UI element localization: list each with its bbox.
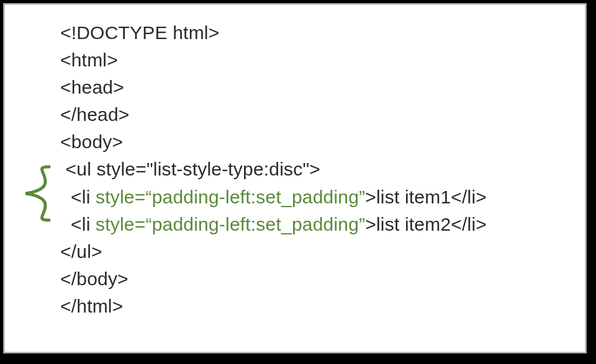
code-text: <li	[60, 214, 96, 234]
code-line: <head>	[60, 74, 567, 101]
code-text: <li	[60, 187, 96, 207]
code-line: <ul style="list-style-type:disc">	[60, 156, 567, 183]
highlighted-attr: style=“padding-left:set_padding”	[96, 187, 365, 207]
code-line: <li style=“padding-left:set_padding”>lis…	[60, 184, 567, 211]
code-line: <html>	[60, 47, 567, 74]
code-block: <!DOCTYPE html> <html> <head> </head> <b…	[4, 4, 585, 332]
code-line: </html>	[60, 293, 567, 320]
code-line: <li style=“padding-left:set_padding”>lis…	[60, 211, 567, 238]
code-panel: <!DOCTYPE html> <html> <head> </head> <b…	[3, 3, 587, 353]
code-line: <!DOCTYPE html>	[60, 19, 567, 47]
highlighted-attr: style=“padding-left:set_padding”	[96, 214, 365, 234]
code-line: </ul>	[60, 238, 567, 265]
code-line: </head>	[60, 101, 567, 128]
code-line: <body>	[60, 128, 567, 156]
code-text: >list item1</li>	[365, 187, 487, 207]
code-text: >list item2</li>	[365, 214, 487, 234]
code-line: </body>	[60, 265, 567, 293]
